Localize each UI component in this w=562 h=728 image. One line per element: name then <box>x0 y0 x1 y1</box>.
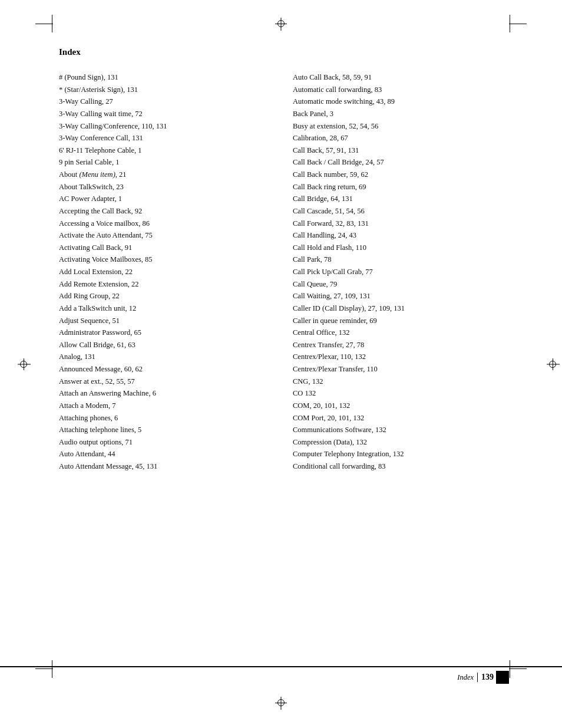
list-item: Automatic call forwarding, 83 <box>293 84 509 96</box>
list-item: Call Hold and Flash, 110 <box>293 242 509 254</box>
list-item: Call Park, 78 <box>293 253 509 266</box>
list-item: Audio output options, 71 <box>59 436 275 449</box>
list-item: Attaching phones, 6 <box>59 412 275 424</box>
list-item: Caller ID (Call Display), 27, 109, 131 <box>293 302 509 315</box>
list-item: Add Ring Group, 22 <box>59 290 275 302</box>
list-item: 3-Way Calling wait time, 72 <box>59 108 275 120</box>
list-item: Busy at extension, 52, 54, 56 <box>293 120 509 133</box>
list-item: Call Bridge, 64, 131 <box>293 193 509 205</box>
list-item: 6' RJ-11 Telephone Cable, 1 <box>59 144 275 157</box>
index-columns: # (Pound Sign), 131* (Star/Asterisk Sign… <box>59 71 509 473</box>
list-item: 9 pin Serial Cable, 1 <box>59 156 275 169</box>
list-item: CO 132 <box>293 387 509 400</box>
list-item: Call Back ring return, 69 <box>293 181 509 193</box>
left-column: # (Pound Sign), 131* (Star/Asterisk Sign… <box>59 71 275 473</box>
footer-label: Index <box>457 673 474 682</box>
main-content: Index # (Pound Sign), 131* (Star/Asteris… <box>59 47 509 473</box>
list-item: 3-Way Calling, 27 <box>59 95 275 108</box>
list-item: Auto Attendant, 44 <box>59 448 275 460</box>
list-item: AC Power Adapter, 1 <box>59 193 275 205</box>
list-item: Activate the Auto Attendant, 75 <box>59 229 275 242</box>
list-item: 3-Way Conference Call, 131 <box>59 132 275 144</box>
list-item: Caller in queue reminder, 69 <box>293 315 509 327</box>
footer-inner: Index 139 <box>457 671 509 684</box>
list-item: Centrex Transfer, 27, 78 <box>293 339 509 351</box>
list-item: Call Back / Call Bridge, 24, 57 <box>293 156 509 169</box>
list-item: Conditional call forwarding, 83 <box>293 460 509 473</box>
list-item: Auto Call Back, 58, 59, 91 <box>293 71 509 84</box>
list-item: Automatic mode switching, 43, 89 <box>293 95 509 108</box>
list-item: Accessing a Voice mailbox, 86 <box>59 218 275 230</box>
page: Index # (Pound Sign), 131* (Star/Asteris… <box>0 0 562 728</box>
list-item: Call Handling, 24, 43 <box>293 229 509 242</box>
list-item: Add Remote Extension, 22 <box>59 278 275 291</box>
list-item: Analog, 131 <box>59 351 275 363</box>
corner-mark-tr-v <box>510 15 510 32</box>
list-item: Computer Telephony Integration, 132 <box>293 448 509 460</box>
list-item: Allow Call Bridge, 61, 63 <box>59 339 275 351</box>
list-item: Attach a Modem, 7 <box>59 400 275 412</box>
list-item: Announced Message, 60, 62 <box>59 363 275 375</box>
list-item: CNG, 132 <box>293 375 509 388</box>
list-item: COM, 20, 101, 132 <box>293 400 509 412</box>
list-item: Answer at ext., 52, 55, 57 <box>59 375 275 388</box>
list-item: Back Panel, 3 <box>293 108 509 120</box>
list-item: About TalkSwitch, 23 <box>59 181 275 193</box>
list-item: Call Back, 57, 91, 131 <box>293 144 509 157</box>
list-item: Activating Call Back, 91 <box>59 242 275 254</box>
index-title: Index <box>59 47 509 57</box>
list-item: Centrex/Plexar Transfer, 110 <box>293 363 509 375</box>
corner-mark-tl-h <box>35 24 53 24</box>
list-item: Centrex/Plexar, 110, 132 <box>293 351 509 363</box>
list-item: Auto Attendant Message, 45, 131 <box>59 460 275 473</box>
list-item: Add Local Extension, 22 <box>59 266 275 278</box>
list-item: COM Port, 20, 101, 132 <box>293 412 509 424</box>
list-item: # (Pound Sign), 131 <box>59 71 275 84</box>
list-item: Call Pick Up/Call Grab, 77 <box>293 266 509 278</box>
list-item: Adjust Sequence, 51 <box>59 315 275 327</box>
list-item: Central Office, 132 <box>293 327 509 339</box>
list-item: Administrator Password, 65 <box>59 327 275 339</box>
list-item: Compression (Data), 132 <box>293 436 509 449</box>
list-item: Call Queue, 79 <box>293 278 509 291</box>
footer-divider <box>477 673 478 682</box>
list-item: Activating Voice Mailboxes, 85 <box>59 253 275 266</box>
list-item: Accepting the Call Back, 92 <box>59 205 275 218</box>
page-number: 139 <box>481 673 494 682</box>
list-item: About (Menu item), 21 <box>59 169 275 181</box>
list-item: * (Star/Asterisk Sign), 131 <box>59 84 275 96</box>
list-item: Add a TalkSwitch unit, 12 <box>59 302 275 315</box>
list-item: 3-Way Calling/Conference, 110, 131 <box>59 120 275 133</box>
list-item: Calibration, 28, 67 <box>293 132 509 144</box>
list-item: Call Forward, 32, 83, 131 <box>293 218 509 230</box>
corner-mark-tr-h <box>509 24 527 24</box>
corner-mark-tl-v <box>52 15 52 32</box>
footer-block <box>496 671 509 684</box>
list-item: Communications Software, 132 <box>293 424 509 436</box>
list-item: Call Back number, 59, 62 <box>293 169 509 181</box>
list-item: Call Waiting, 27, 109, 131 <box>293 290 509 302</box>
list-item: Attaching telephone lines, 5 <box>59 424 275 436</box>
list-item: Attach an Answering Machine, 6 <box>59 387 275 400</box>
right-column: Auto Call Back, 58, 59, 91Automatic call… <box>293 71 509 473</box>
page-footer: Index 139 <box>0 666 562 684</box>
list-item: Call Cascade, 51, 54, 56 <box>293 205 509 218</box>
